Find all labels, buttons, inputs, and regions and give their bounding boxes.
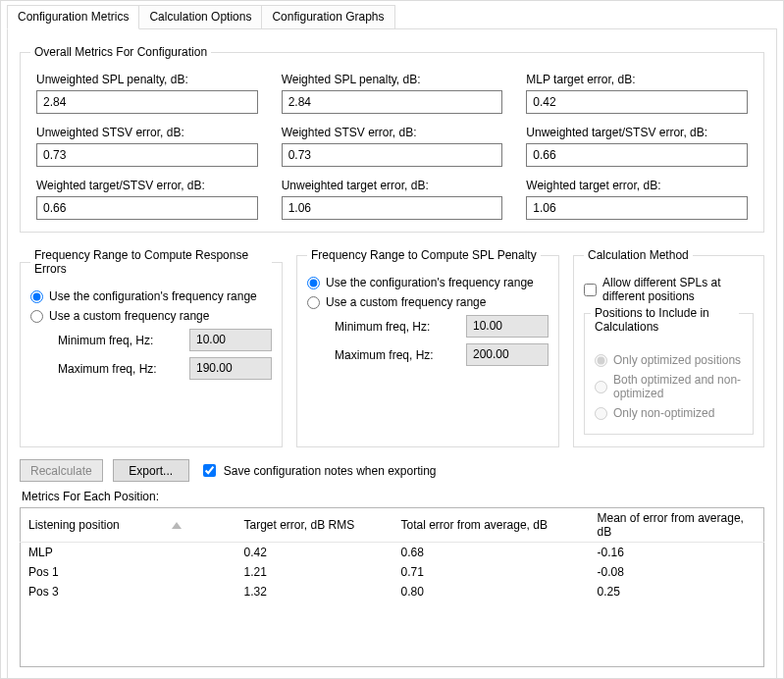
group-freq-spl-penalty-legend: Frequency Range to Compute SPL Penalty [307,248,541,262]
tab-configuration-graphs[interactable]: Configuration Graphs [261,5,394,29]
tab-calculation-options[interactable]: Calculation Options [138,5,262,29]
radio-freq-err-use-config-input[interactable] [30,290,43,303]
positions-table[interactable]: Listening position Target error, dB RMS … [20,507,764,667]
radio-label: Use the configuration's frequency range [49,289,257,303]
overall-metrics-grid: Unweighted SPL penalty, dB:2.84 Weighted… [30,67,754,220]
metric-value-weighted-target-error[interactable]: 1.06 [526,196,748,220]
radio-label: Use a custom frequency range [49,309,209,323]
radio-label: Only non-optimized [613,406,714,420]
cell-total-error: 0.68 [393,543,590,563]
radio-only-optimized-input [595,354,607,367]
recalculate-button: Recalculate [20,459,103,482]
sort-ascending-icon [172,522,182,529]
metric-value-unweighted-target-error[interactable]: 1.06 [282,196,503,220]
group-freq-response-errors-legend: Frequency Range to Compute Response Erro… [30,248,272,276]
metric-value-unweighted-spl-penalty[interactable]: 2.84 [36,90,258,114]
group-positions-include: Positions to Include in Calculations Onl… [584,313,754,435]
cell-position: MLP [21,543,236,563]
col-header-listening-position[interactable]: Listening position [21,508,236,543]
table-row[interactable]: Pos 1 1.21 0.71 -0.08 [21,562,764,582]
tab-strip: Configuration Metrics Calculation Option… [1,1,783,29]
field-freq-err-max: 190.00 [189,357,272,380]
field-freq-spl-max: 200.00 [466,343,549,366]
checkbox-save-notes-input[interactable] [203,464,216,477]
metric-label: Weighted SPL penalty, dB: [282,73,503,86]
radio-freq-spl-use-config-input[interactable] [307,277,320,289]
checkbox-allow-different-spls-input[interactable] [584,284,597,296]
label-min-freq: Minimum freq, Hz: [335,320,458,334]
metric-value-weighted-target-stsv-error[interactable]: 0.66 [36,196,258,220]
col-header-mean-error[interactable]: Mean of error from average, dB [590,508,764,543]
radio-only-non-optimized: Only non-optimized [595,406,743,420]
group-freq-response-errors: Frequency Range to Compute Response Erro… [20,248,283,447]
cell-target-error: 0.42 [236,543,393,563]
cell-mean-error: 0.25 [590,582,764,601]
table-row[interactable]: MLP 0.42 0.68 -0.16 [21,543,764,563]
group-overall-metrics: Overall Metrics For Configuration Unweig… [20,45,764,233]
dialog-window: Configuration Metrics Calculation Option… [0,0,784,679]
radio-both-optimized: Both optimized and non-optimized [595,373,743,400]
cell-mean-error: -0.08 [590,562,764,582]
metric-label: Weighted target error, dB: [526,179,748,192]
radio-both-optimized-input [595,381,607,393]
metric-value-weighted-stsv-error[interactable]: 0.73 [282,143,503,167]
metric-label: Unweighted STSV error, dB: [36,126,258,139]
metric-label: Weighted target/STSV error, dB: [36,179,258,192]
metric-label: MLP target error, dB: [526,73,748,86]
field-freq-spl-min: 10.00 [466,315,549,338]
cell-position: Pos 3 [21,582,236,601]
radio-label: Use the configuration's frequency range [326,276,534,289]
radio-label: Only optimized positions [613,353,741,367]
group-overall-metrics-legend: Overall Metrics For Configuration [30,45,211,59]
radio-only-optimized: Only optimized positions [595,353,743,367]
radio-label: Use a custom frequency range [326,295,486,309]
group-freq-spl-penalty: Frequency Range to Compute SPL Penalty U… [296,248,559,447]
metric-value-unweighted-stsv-error[interactable]: 0.73 [36,143,258,167]
label-min-freq: Minimum freq, Hz: [58,334,182,347]
radio-freq-spl-custom-input[interactable] [307,296,320,309]
tab-panel-configuration-metrics: Overall Metrics For Configuration Unweig… [7,28,777,679]
cell-total-error: 0.71 [393,562,590,582]
radio-freq-spl-custom[interactable]: Use a custom frequency range [307,295,549,309]
metric-value-mlp-target-error[interactable]: 0.42 [526,90,748,114]
checkbox-allow-different-spls[interactable]: Allow different SPLs at different positi… [584,276,754,303]
tab-configuration-metrics[interactable]: Configuration Metrics [7,5,139,29]
table-row[interactable]: Pos 3 1.32 0.80 0.25 [21,582,764,601]
group-positions-include-legend: Positions to Include in Calculations [591,306,739,334]
checkbox-label: Save configuration notes when exporting [224,464,437,478]
metrics-per-position-label: Metrics For Each Position: [22,490,764,503]
radio-only-non-optimized-input [595,407,607,420]
col-header-text: Listening position [28,518,120,532]
radio-freq-spl-use-config[interactable]: Use the configuration's frequency range [307,276,549,289]
cell-target-error: 1.32 [236,582,393,601]
metric-value-unweighted-target-stsv-error[interactable]: 0.66 [526,143,748,167]
radio-freq-err-use-config[interactable]: Use the configuration's frequency range [30,289,272,303]
metric-label: Unweighted SPL penalty, dB: [36,73,258,86]
metric-label: Weighted STSV error, dB: [282,126,503,139]
col-header-target-error[interactable]: Target error, dB RMS [236,508,393,543]
group-calculation-method-legend: Calculation Method [584,248,693,262]
checkbox-save-notes[interactable]: Save configuration notes when exporting [199,461,437,480]
field-freq-err-min: 10.00 [189,329,272,351]
radio-freq-err-custom[interactable]: Use a custom frequency range [30,309,272,323]
cell-position: Pos 1 [21,562,236,582]
metric-label: Unweighted target/STSV error, dB: [526,126,748,139]
export-button[interactable]: Export... [113,459,189,482]
cell-target-error: 1.21 [236,562,393,582]
label-max-freq: Maximum freq, Hz: [58,362,182,376]
group-calculation-method: Calculation Method Allow different SPLs … [573,248,764,447]
checkbox-label: Allow different SPLs at different positi… [602,276,754,303]
col-header-total-error[interactable]: Total error from average, dB [393,508,590,543]
label-max-freq: Maximum freq, Hz: [335,348,458,362]
cell-total-error: 0.80 [393,582,590,601]
radio-label: Both optimized and non-optimized [613,373,743,400]
cell-mean-error: -0.16 [590,543,764,563]
metric-label: Unweighted target error, dB: [282,179,503,192]
radio-freq-err-custom-input[interactable] [30,310,43,323]
metric-value-weighted-spl-penalty[interactable]: 2.84 [282,90,503,114]
